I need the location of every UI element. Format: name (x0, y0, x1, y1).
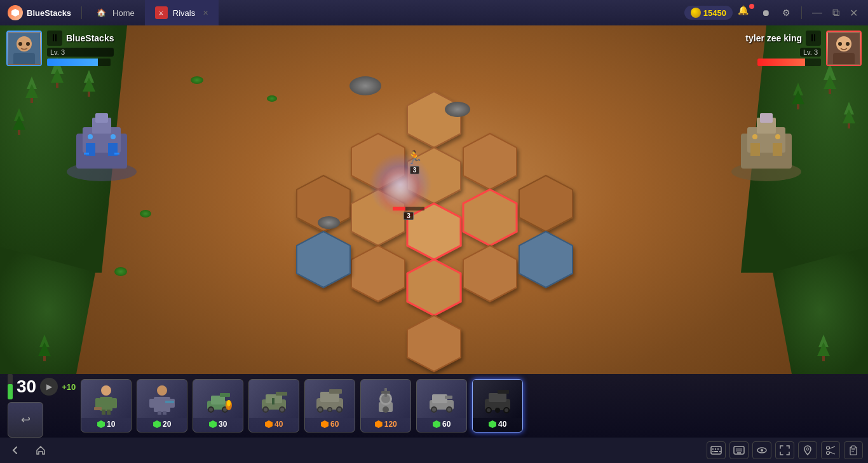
pause-btn-left[interactable]: ⏸ (47, 31, 62, 46)
card-heavy-image (137, 380, 187, 418)
gem-icon (209, 420, 217, 428)
svg-rect-43 (163, 411, 166, 415)
gem-icon-orange (321, 420, 329, 428)
player-right-level: Lv. 3 (800, 48, 821, 57)
svg-rect-98 (714, 451, 718, 452)
svg-rect-36 (107, 410, 111, 415)
app-logo-icon (8, 5, 23, 20)
svg-rect-83 (445, 396, 452, 399)
svg-point-29 (838, 42, 842, 46)
card-turret-cost: 120 (375, 418, 397, 431)
gem-icon-orange (265, 420, 273, 428)
eye-btn[interactable] (752, 441, 771, 459)
tree-5 (824, 64, 836, 94)
svg-point-20 (775, 134, 780, 139)
win-separator (801, 6, 802, 19)
svg-rect-18 (760, 113, 773, 123)
bottom-hud: 30 ▶ +10 ↩ (0, 374, 868, 438)
bluestacks-logo[interactable]: BlueStacks (0, 5, 79, 20)
fullscreen-btn[interactable] (775, 441, 794, 459)
coins-value: 15450 (703, 8, 726, 18)
card-soldier-image (81, 380, 131, 418)
svg-point-8 (88, 134, 93, 139)
gem-icon (97, 420, 105, 428)
svg-rect-86 (498, 390, 509, 394)
tab-separator (81, 6, 82, 19)
svg-point-80 (432, 408, 436, 411)
card-tank3-image (305, 380, 355, 418)
clipboard-btn[interactable] (844, 441, 863, 459)
svg-rect-7 (95, 113, 108, 123)
player-right-health-container (757, 59, 821, 66)
recall-button[interactable]: ↩ (8, 402, 43, 438)
home-button[interactable] (31, 440, 51, 460)
svg-rect-47 (220, 393, 230, 397)
player-right-health-bar (757, 59, 805, 66)
energy-main: 30 ▶ +10 (8, 374, 76, 399)
close-btn[interactable]: ✕ (847, 7, 860, 19)
gem-icon (153, 420, 161, 428)
keyboard-btn[interactable] (729, 441, 749, 459)
rock-3 (318, 216, 340, 229)
card-vehicle-cost: 60 (433, 418, 451, 431)
svg-rect-15 (750, 143, 760, 156)
svg-point-9 (111, 134, 116, 139)
card-tank1[interactable]: 30 (193, 379, 243, 432)
pause-btn-right[interactable]: ⏸ (806, 31, 821, 46)
card-turret[interactable]: 120 (360, 379, 411, 432)
energy-value: 30 (17, 377, 36, 397)
card-heavy[interactable]: 20 (137, 379, 187, 432)
card-tank2[interactable]: 40 (248, 379, 299, 432)
player-left-health-container (47, 59, 111, 66)
card-dark-tank[interactable]: 40 (472, 379, 523, 432)
rivals-tab-close[interactable]: ✕ (203, 9, 208, 17)
card-tank3[interactable]: 60 (304, 379, 355, 432)
play-button[interactable]: ▶ (40, 378, 58, 396)
card-heavy-cost: 20 (153, 418, 171, 431)
location-btn[interactable] (798, 441, 817, 459)
svg-point-60 (280, 408, 284, 411)
notification-dot (749, 4, 754, 9)
svg-rect-40 (149, 399, 155, 408)
notification-btn[interactable]: 🔔 (738, 5, 753, 20)
svg-point-88 (487, 408, 491, 412)
svg-rect-95 (717, 448, 719, 450)
svg-point-19 (752, 134, 757, 139)
avatar-face-left (8, 32, 41, 65)
svg-rect-28 (833, 53, 855, 64)
svg-rect-97 (712, 451, 714, 452)
record-btn[interactable]: ⏺ (758, 5, 773, 20)
svg-point-68 (337, 408, 341, 411)
titlebar: BlueStacks 🏠 Home ⚔ Rivals ✕ 15450 🔔 ⏺ ⚙… (0, 0, 868, 25)
svg-point-90 (505, 408, 508, 412)
card-tank1-image (193, 380, 243, 418)
tab-home[interactable]: 🏠 Home (85, 0, 145, 25)
svg-rect-35 (102, 410, 105, 415)
rivals-tab-label: Rivals (173, 8, 195, 18)
taskbar-right-controls (707, 441, 863, 459)
card-dark-tank-image (473, 380, 522, 418)
svg-rect-33 (95, 398, 100, 408)
back-button[interactable] (5, 440, 25, 460)
unit-badge-2: 3 (403, 212, 414, 220)
tab-rivals[interactable]: ⚔ Rivals ✕ (145, 0, 219, 25)
card-soldier[interactable]: 10 (81, 379, 132, 432)
restore-btn[interactable]: ⧉ (830, 7, 842, 18)
settings-btn[interactable]: ⚙ (778, 5, 794, 20)
card-tank2-cost: 40 (265, 418, 283, 431)
gem-icon (489, 420, 496, 428)
plant-3 (140, 210, 151, 218)
svg-rect-93 (712, 448, 714, 450)
scissors-btn[interactable] (821, 441, 840, 459)
minimize-btn[interactable]: — (810, 7, 825, 18)
player-right-structure (722, 108, 811, 187)
card-tank1-cost: 30 (209, 418, 227, 431)
svg-rect-94 (715, 448, 716, 450)
gem-icon (433, 420, 440, 428)
svg-rect-85 (489, 393, 506, 402)
keyboard-layout-btn[interactable] (707, 441, 726, 459)
card-vehicle[interactable]: 60 (416, 379, 467, 432)
svg-rect-99 (719, 451, 721, 452)
game-area[interactable]: 🏃 3 3 ⏸ BlueStacks (0, 25, 868, 438)
card-soldier-cost: 10 (97, 418, 115, 431)
